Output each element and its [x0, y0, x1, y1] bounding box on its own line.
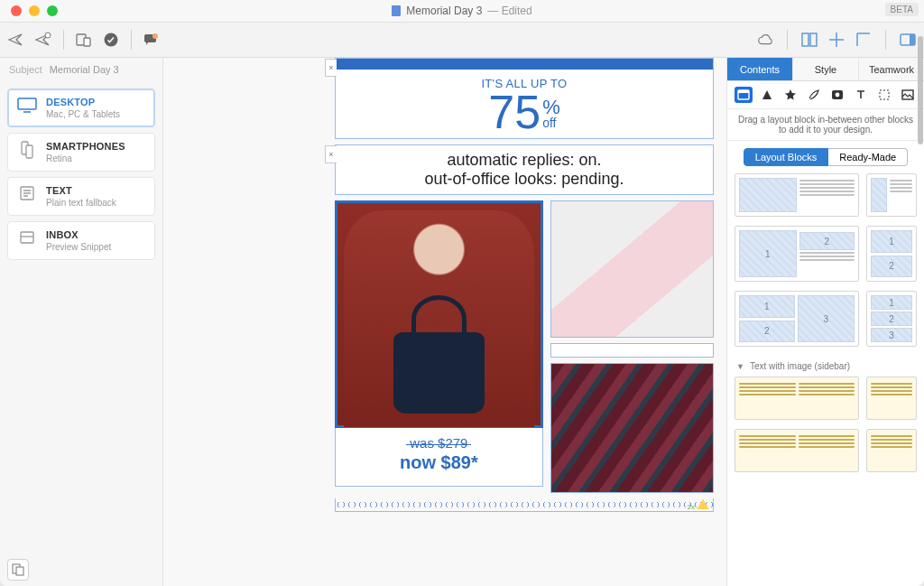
subject-label: Subject [9, 64, 42, 75]
viewport-title: DESKTOP [46, 97, 120, 107]
layout-thumbnails: 12 12 123 123 ▼ Text with image (sidebar… [727, 173, 924, 586]
block-header[interactable]: × IT'S ALL UP TO 75 % off [335, 58, 714, 139]
toolbar [0, 23, 924, 58]
app-window: Memorial Day 3 — Edited BETA [0, 0, 924, 586]
contents-shape-icon[interactable] [781, 87, 799, 103]
spacer-block[interactable] [550, 343, 714, 358]
checklist-icon[interactable] [102, 32, 120, 48]
subject-field[interactable]: Subject Memorial Day 3 [0, 58, 162, 81]
price-now: now $89* [341, 452, 537, 473]
tab-contents[interactable]: Contents [727, 58, 793, 81]
svg-point-0 [45, 33, 51, 38]
svg-rect-18 [738, 90, 749, 93]
svg-point-20 [836, 93, 840, 98]
inbox-icon [17, 229, 37, 246]
seg-ready-made[interactable]: Ready-Made [828, 148, 908, 166]
viewport-desktop[interactable]: DESKTOP Mac, PC & Tablets [7, 88, 155, 127]
product-image-pink-bag[interactable] [550, 200, 714, 338]
design-canvas[interactable]: × IT'S ALL UP TO 75 % off [163, 58, 726, 586]
warning-icon [697, 498, 709, 509]
thumb-section-title: Text with image (sidebar) [750, 361, 850, 371]
viewport-title: SMARTPHONES [46, 141, 125, 152]
viewport-text[interactable]: TEXT Plain text fallback [7, 177, 155, 216]
contents-heading-icon[interactable] [758, 87, 776, 103]
document-edited-indicator: — Edited [487, 5, 531, 17]
layout-thumb[interactable]: 12 [866, 226, 917, 282]
copy-line-1: automatic replies: on. [345, 151, 704, 170]
layout-thumb[interactable] [866, 429, 917, 472]
chat-icon[interactable] [143, 32, 161, 48]
viewport-title: TEXT [46, 185, 116, 196]
svg-point-5 [152, 33, 158, 39]
toggle-inspector-icon[interactable] [899, 32, 917, 48]
send-icon[interactable] [7, 32, 25, 48]
beta-badge: BETA [885, 3, 919, 16]
layout-columns-icon[interactable] [800, 32, 818, 48]
contents-brush-icon[interactable] [805, 87, 823, 103]
price-was: was $279 [410, 435, 467, 451]
svg-rect-10 [18, 98, 36, 109]
panel-scrollbar[interactable] [917, 173, 924, 586]
chevron-down-icon: ▼ [736, 362, 744, 371]
inspector-tabs: Contents Style Teamwork [727, 58, 924, 81]
layout-thumb[interactable] [735, 377, 859, 420]
layout-thumb[interactable] [866, 377, 917, 420]
document-icon [392, 5, 401, 16]
minimize-window-button[interactable] [29, 5, 40, 16]
viewport-sub: Preview Snippet [46, 242, 111, 252]
svg-rect-12 [26, 145, 32, 158]
svg-rect-16 [16, 567, 23, 575]
svg-rect-2 [84, 38, 90, 46]
subject-value: Memorial Day 3 [50, 64, 119, 75]
block-divider-wave[interactable]: 2x [335, 498, 714, 512]
viewport-smartphones[interactable]: SMARTPHONES Retina [7, 133, 155, 172]
contents-gallery-icon[interactable] [899, 87, 917, 103]
thumb-section-header[interactable]: ▼ Text with image (sidebar) [735, 356, 917, 377]
document-title: Memorial Day 3 — Edited [392, 5, 531, 17]
layout-thumb[interactable] [866, 173, 917, 217]
layout-thumb[interactable]: 12 [735, 226, 859, 282]
layout-thumb[interactable]: 123 [735, 291, 859, 347]
tab-teamwork[interactable]: Teamwork [859, 58, 924, 81]
guides-icon[interactable] [827, 32, 845, 48]
contents-spacer-icon[interactable] [875, 87, 893, 103]
layout-thumb[interactable] [735, 173, 859, 217]
content-type-icons [727, 81, 924, 109]
text-icon [17, 185, 37, 201]
contents-image-icon[interactable] [828, 87, 846, 103]
product-caption[interactable]: was $279 now $89* [335, 428, 543, 487]
tab-style[interactable]: Style [793, 58, 859, 81]
seg-layout-blocks[interactable]: Layout Blocks [744, 148, 828, 166]
layout-thumb[interactable] [735, 429, 859, 472]
svg-rect-21 [880, 90, 889, 99]
smartphone-icon [17, 141, 37, 159]
block-handle[interactable]: × [325, 145, 337, 163]
panel-hint: Drag a layout block in-between other blo… [727, 109, 924, 141]
layout-thumb[interactable]: 123 [866, 291, 917, 347]
contents-text-icon[interactable] [852, 87, 870, 103]
ruler-icon[interactable] [855, 32, 873, 48]
add-viewport-button[interactable] [7, 559, 29, 581]
block-handle[interactable]: × [325, 59, 337, 77]
block-copy[interactable]: × automatic replies: on. out-of-office l… [335, 144, 714, 195]
zoom-window-button[interactable] [47, 5, 58, 16]
hero-number: 75 [488, 90, 541, 135]
svg-rect-7 [810, 33, 817, 46]
send-test-icon[interactable] [34, 32, 52, 48]
inspector-panel: Contents Style Teamwork Drag a layout bl… [726, 58, 924, 586]
zoom-badge: 2x [688, 503, 695, 511]
contents-layout-icon[interactable] [735, 87, 753, 103]
close-window-button[interactable] [11, 5, 22, 16]
device-preview-icon[interactable] [75, 32, 93, 48]
cloud-icon[interactable] [756, 32, 774, 48]
titlebar: Memorial Day 3 — Edited BETA [0, 0, 924, 23]
window-controls [11, 5, 58, 16]
viewport-inbox[interactable]: INBOX Preview Snippet [7, 221, 155, 260]
product-image-scarf[interactable] [550, 363, 714, 493]
svg-rect-9 [910, 34, 915, 45]
viewport-sub: Mac, PC & Tablets [46, 109, 120, 119]
document-name: Memorial Day 3 [406, 5, 482, 17]
svg-rect-14 [21, 232, 33, 243]
product-image-main[interactable] [335, 200, 543, 428]
desktop-icon [17, 97, 37, 113]
